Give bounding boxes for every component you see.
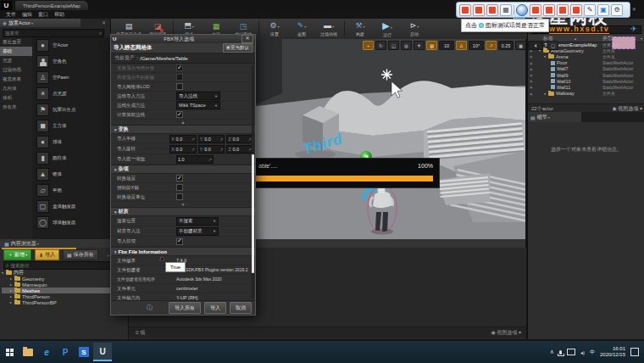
hidden-icons-chevron[interactable]: ∧ (550, 349, 554, 355)
dialog-close-button[interactable]: ✕ (242, 35, 253, 43)
rotation-snap-icon[interactable]: ∆ (456, 41, 467, 50)
rotate-tool-button[interactable]: ↻ (375, 41, 386, 50)
grid-snap-icon[interactable]: ▦ (426, 41, 437, 50)
play-button[interactable]: ▶▾ 运行 (376, 20, 398, 38)
app-s-taskbar-icon[interactable]: S (75, 343, 93, 360)
checkbox[interactable] (176, 175, 183, 182)
normal-generation-dropdown[interactable]: Mikk TSpace▼ (176, 101, 220, 109)
tree-folder[interactable]: ▸ThirdPerson (2, 293, 125, 299)
list-item[interactable]: ◼立方体 (32, 118, 110, 134)
add-new-button[interactable]: ＋新增▾ (3, 249, 31, 260)
tree-folder-selected[interactable]: ▸Meshes (2, 288, 125, 293)
search-location-dropdown[interactable]: 不搜索▼ (176, 217, 219, 226)
category-recent[interactable]: 最近放置 (0, 37, 32, 47)
outliner-row[interactable]: ◉▾Walkway文件夹 (528, 91, 644, 97)
category-visual-effects[interactable]: 视觉效果 (0, 75, 32, 84)
eye-icon[interactable]: ◉ (530, 67, 534, 71)
eye-icon[interactable]: ◉ (530, 73, 534, 77)
rotation-z-field[interactable]: Z0.0↗ (226, 145, 253, 154)
tree-folder[interactable]: ▸ThirdPersonBP (2, 299, 125, 305)
blueprints-button[interactable]: ✎▾ 蓝图 (291, 20, 313, 38)
scale-snap-icon[interactable]: ↗ (486, 41, 497, 50)
material-section-header[interactable]: 材质 (111, 207, 255, 216)
list-item[interactable]: ▲锥体 (32, 166, 110, 182)
record-camera-icon[interactable] (486, 4, 498, 16)
list-item[interactable]: ▢盒体触发器 (32, 198, 110, 215)
outliner-row[interactable]: ◉Wall10StaticMeshActor (528, 78, 644, 84)
import-button[interactable]: 导入 (204, 302, 226, 314)
dialog-scrollbar[interactable] (252, 65, 254, 299)
import-all-button[interactable]: 导入所有 (169, 302, 201, 314)
world-local-toggle[interactable]: ◍ (401, 41, 412, 50)
start-button[interactable] (0, 343, 19, 360)
list-item[interactable]: ♙空Pawn (32, 70, 110, 86)
speaker-tray-icon[interactable]: ◂) (580, 349, 585, 355)
eye-icon[interactable]: ◉ (530, 61, 534, 65)
display-icon[interactable]: ▣ (597, 4, 609, 16)
more-tools-icon[interactable]: ⚙ (611, 4, 623, 16)
list-item[interactable]: ◯球体触发器 (32, 215, 110, 231)
place-actors-tab[interactable]: ✥ 放置Actor ▾ (0, 19, 80, 27)
list-item[interactable]: ▱平面 (32, 182, 110, 198)
actor-search-input[interactable] (3, 31, 99, 36)
notification-center-icon[interactable] (630, 348, 639, 356)
outliner-row[interactable]: ◉Wall7StaticMeshActor (528, 66, 644, 72)
outliner-row[interactable]: ◉Wall11StaticMeshActor (528, 84, 644, 90)
file-explorer-taskbar-icon[interactable] (19, 343, 37, 360)
panel-close-icon[interactable]: ✕ (102, 20, 106, 25)
normal-import-method-dropdown[interactable]: 导入法线▼ (176, 92, 220, 100)
checkbox[interactable] (176, 83, 183, 90)
menu-file[interactable]: 文件 (6, 11, 16, 19)
outliner-row[interactable]: ◉Wall9StaticMeshActor (528, 72, 644, 78)
eye-icon[interactable]: ◉ (530, 54, 534, 59)
category-cinematic[interactable]: 过场动画 (0, 65, 32, 75)
dialog-title-bar[interactable]: U FBX导入选项 ✕ (111, 35, 255, 43)
path-search-input[interactable] (8, 263, 125, 268)
translation-y-field[interactable]: Y0.0↗ (198, 135, 225, 143)
record-region-icon[interactable] (473, 4, 485, 16)
rotation-y-field[interactable]: Y0.0↗ (198, 145, 225, 154)
quick-record-icon[interactable] (543, 4, 555, 16)
menu-window[interactable]: 窗口 (38, 11, 48, 19)
checkbox[interactable] (176, 184, 183, 191)
launch-button[interactable]: ⊳▾ 启动 (403, 20, 425, 38)
transform-section-header[interactable]: 变换 (111, 125, 255, 134)
rotation-snap-value[interactable]: 10° (469, 41, 484, 50)
tab-details[interactable]: ▤细节▾ (528, 112, 581, 122)
tree-folder[interactable]: ▸Geometry (2, 276, 125, 282)
maximize-viewport-button[interactable]: ▢ (547, 41, 558, 50)
list-item[interactable]: ☀点光源 (32, 86, 110, 102)
list-item[interactable]: ●空Actor (32, 37, 110, 53)
window-mode-icon[interactable] (530, 4, 541, 16)
material-import-method-dropdown[interactable]: 不创建材质▼ (176, 227, 219, 236)
eye-icon[interactable]: ◉ (530, 92, 534, 96)
scale-snap-value[interactable]: 0.25 (498, 41, 514, 50)
camera-speed-icon[interactable]: ▣ (515, 41, 526, 50)
category-volumes[interactable]: 体积 (0, 93, 32, 103)
settings-option-icon[interactable] (570, 4, 582, 16)
import-asset-button[interactable]: ⬇导入 (35, 249, 59, 260)
tree-folder[interactable]: ▸Mannequin (2, 282, 125, 288)
tree-root[interactable]: ▾内容 (2, 270, 125, 276)
translation-x-field[interactable]: X0.0↗ (169, 135, 197, 143)
misc-section-header[interactable]: 杂项 (111, 165, 255, 174)
eye-icon[interactable]: ◉ (530, 79, 534, 83)
list-item[interactable]: ●球体 (32, 134, 110, 150)
reset-to-default-button[interactable]: 重置为默认 (223, 43, 253, 53)
browser-taskbar-icon[interactable]: e (37, 343, 56, 360)
cancel-button[interactable]: 取消 (230, 302, 252, 314)
surface-snap-button[interactable]: ▼ (414, 41, 425, 50)
category-lights[interactable]: 光源 (0, 56, 32, 65)
import-textures-checkbox[interactable] (176, 238, 183, 245)
screenshot-icon[interactable] (557, 4, 569, 16)
filter-icon[interactable]: ▾ (641, 36, 642, 41)
outliner-row[interactable]: ◉▾Arena文件夹 (528, 53, 644, 59)
cinematics-button[interactable]: ▬▾ 过场动画 (318, 20, 340, 38)
taskbar-clock[interactable]: 16:01 2020/12/15 (600, 346, 625, 358)
view-options-button[interactable]: ◉ 视图选项 ▾ (491, 329, 521, 337)
save-all-button[interactable]: ▤保存所有 (63, 249, 98, 260)
translation-z-field[interactable]: Z0.0↗ (226, 135, 253, 143)
checkbox[interactable] (176, 74, 183, 81)
app-p-taskbar-icon[interactable]: P (56, 343, 75, 360)
unreal-taskbar-icon[interactable]: U (93, 343, 112, 361)
